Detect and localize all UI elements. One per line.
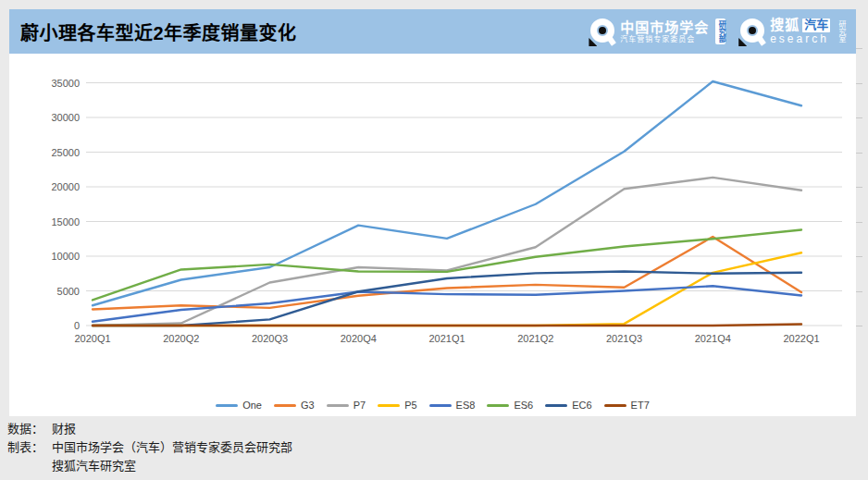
x-tick-label: 2020Q4	[341, 333, 377, 344]
y-tick-label: 30000	[51, 112, 80, 123]
y-tick-label: 5000	[57, 286, 80, 297]
y-tick-label: 25000	[51, 147, 80, 158]
series-line-EC6	[93, 272, 801, 326]
source-label: 数据：	[7, 420, 52, 438]
source-label: 制表：	[7, 438, 52, 457]
source-row: 制表： 中国市场学会（汽车）营销专家委员会研究部	[7, 438, 292, 457]
y-tick-label: 10000	[51, 251, 80, 262]
legend-label: One	[242, 400, 262, 411]
cma-logo-badge: 研究部	[715, 18, 725, 44]
source-row: 搜狐汽车研究室	[7, 457, 292, 475]
legend-item-One: One	[216, 400, 262, 411]
legend-swatch	[274, 404, 296, 407]
page: { "page": { "background": "#EAEAEA", "ca…	[0, 0, 868, 480]
source-label	[7, 457, 52, 475]
sohu-logo-org: 搜狐	[770, 17, 800, 32]
x-tick-label: 2021Q3	[606, 333, 642, 344]
legend-label: ET7	[631, 400, 650, 411]
sohu-auto-logo: 搜狐 汽车 esearch 研究室	[738, 17, 845, 46]
edge-gridline-stub	[856, 83, 862, 84]
chart-header: 蔚小理各车型近2年季度销量变化 中国市场学会 汽车营销专家委员会 研究部 搜狐 …	[9, 9, 856, 54]
x-tick-label: 2020Q2	[163, 333, 199, 344]
legend-item-P5: P5	[378, 400, 416, 411]
sohu-logo-sub: esearch	[770, 33, 830, 46]
x-tick-label: 2022Q1	[783, 333, 819, 344]
legend-swatch	[487, 404, 509, 407]
y-tick-label: 20000	[51, 181, 80, 192]
cma-logo-sub: 汽车营销专家委员会	[620, 35, 709, 43]
edge-gridline-stub	[856, 153, 862, 154]
y-tick-label: 0	[74, 320, 80, 331]
x-tick-label: 2021Q2	[517, 333, 553, 344]
legend: OneG3P7P5ES8ES6EC6ET7	[9, 397, 856, 413]
legend-swatch	[429, 404, 452, 407]
edge-gridline-stub	[856, 326, 862, 326]
x-tick-label: 2021Q1	[428, 333, 465, 344]
x-tick-label: 2020Q1	[74, 333, 110, 344]
source-notes: 数据： 财报 制表： 中国市场学会（汽车）营销专家委员会研究部 搜狐汽车研究室	[7, 420, 292, 475]
edge-gridline-stub	[856, 48, 862, 49]
sohu-logo-badge: 汽车	[802, 18, 830, 32]
edge-gridline-stub	[856, 222, 862, 223]
legend-swatch	[545, 404, 567, 407]
legend-label: G3	[301, 400, 315, 411]
y-tick-label: 15000	[51, 216, 80, 228]
legend-item-ES8: ES8	[429, 400, 476, 411]
page-title: 蔚小理各车型近2年季度销量变化	[20, 18, 297, 45]
legend-item-G3: G3	[274, 400, 315, 411]
edge-gridline-stub	[856, 117, 862, 118]
legend-swatch	[378, 404, 400, 407]
legend-label: ES8	[456, 400, 476, 411]
legend-swatch	[327, 404, 349, 407]
legend-swatch	[604, 404, 626, 407]
edge-gridline-stub	[856, 187, 862, 188]
sohu-logo-side: 研究室	[837, 20, 845, 43]
source-text: 搜狐汽车研究室	[52, 457, 136, 475]
research-magnifier-icon	[738, 17, 766, 46]
legend-label: ES6	[514, 400, 533, 411]
cma-logo-org: 中国市场学会	[620, 19, 709, 35]
legend-item-P7: P7	[327, 400, 366, 411]
series-line-P7	[93, 178, 801, 326]
source-row: 数据： 财报	[7, 420, 292, 438]
edge-gridline-stub	[856, 256, 862, 257]
edge-gridline-stub	[856, 291, 862, 292]
x-tick-label: 2021Q4	[695, 333, 731, 344]
source-text: 中国市场学会（汽车）营销专家委员会研究部	[52, 438, 292, 457]
legend-swatch	[216, 404, 238, 407]
legend-item-ET7: ET7	[604, 400, 650, 411]
x-tick-label: 2020Q3	[252, 333, 288, 344]
legend-label: P5	[404, 400, 416, 411]
legend-label: P7	[353, 400, 366, 411]
sales-line-chart: 0500010000150002000025000300003500040000…	[9, 54, 856, 394]
series-line-ES6	[93, 230, 801, 301]
legend-item-ES6: ES6	[487, 400, 533, 411]
chart-card: 蔚小理各车型近2年季度销量变化 中国市场学会 汽车营销专家委员会 研究部 搜狐 …	[9, 9, 856, 416]
research-magnifier-icon	[589, 17, 616, 46]
y-tick-label: 35000	[51, 78, 80, 89]
source-text: 财报	[52, 420, 76, 438]
legend-item-EC6: EC6	[545, 400, 591, 411]
legend-label: EC6	[572, 400, 591, 411]
cma-logo: 中国市场学会 汽车营销专家委员会 研究部	[589, 17, 725, 46]
